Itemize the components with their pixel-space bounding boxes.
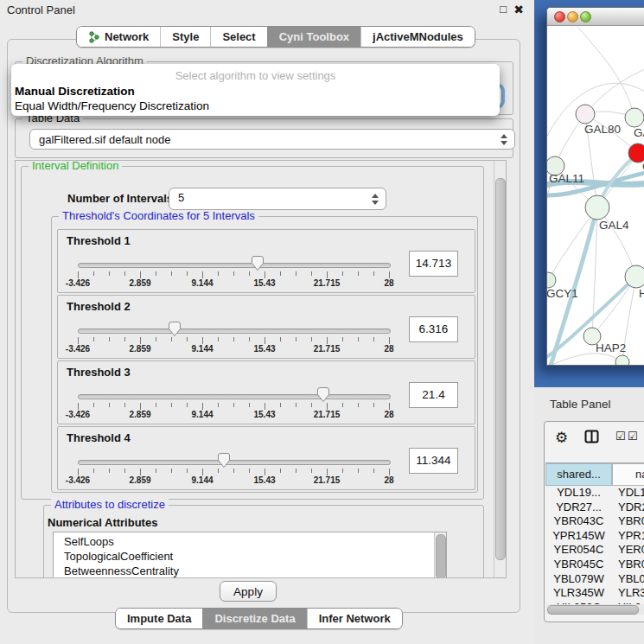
cell-shared-name[interactable]: YBR045C bbox=[545, 558, 612, 572]
column-header-2[interactable]: na bbox=[612, 463, 644, 486]
tab-impute-data[interactable]: Impute Data bbox=[116, 609, 202, 628]
cell-shared-name[interactable]: YBL079W bbox=[545, 572, 612, 587]
number-of-intervals-combobox[interactable]: 5 bbox=[169, 188, 386, 210]
table-row[interactable]: YER054CYER0 bbox=[545, 543, 644, 558]
slider-thumb[interactable] bbox=[316, 386, 330, 403]
column-header-1[interactable]: shared... bbox=[545, 463, 612, 486]
numerical-attributes-list[interactable]: SelfLoopsTopologicalCoefficientBetweenne… bbox=[53, 532, 447, 578]
network-edge[interactable] bbox=[573, 26, 634, 118]
threshold-value-field[interactable]: 6.316 bbox=[409, 316, 458, 342]
dropdown-option-manual-discretization[interactable]: Manual Discretization bbox=[15, 85, 135, 98]
cell-name[interactable]: YPR1 bbox=[612, 529, 644, 544]
table-panel-section: Table Panel ⚙ ☑ ☑ shared...na YDL19...YD… bbox=[534, 387, 644, 644]
mac-close-icon[interactable] bbox=[554, 11, 565, 22]
pane-scrollbar-thumb[interactable] bbox=[495, 178, 506, 560]
slider-tick bbox=[140, 403, 141, 410]
node-gal4[interactable] bbox=[585, 195, 609, 220]
slider-thumb[interactable] bbox=[168, 321, 182, 337]
threshold-value-field[interactable]: 11.344 bbox=[409, 448, 458, 474]
node-gal80[interactable] bbox=[576, 105, 595, 124]
slider-tick bbox=[218, 271, 219, 276]
slider-tick bbox=[124, 403, 125, 407]
dropdown-option-equal-width-frequency[interactable]: Equal Width/Frequency Discretization bbox=[15, 99, 209, 112]
slider-thumb[interactable] bbox=[251, 255, 265, 271]
tab-infer-network[interactable]: Infer Network bbox=[307, 609, 402, 628]
float-window-icon[interactable]: □ bbox=[500, 3, 507, 16]
node-bottom[interactable] bbox=[615, 355, 629, 365]
tab-jactivemnodules[interactable]: jActiveMNodules bbox=[360, 27, 475, 47]
table-data-group: Table Data galFiltered.sif default node bbox=[15, 118, 513, 158]
split-columns-icon[interactable] bbox=[584, 430, 599, 443]
table-row[interactable]: YPR145WYPR1 bbox=[545, 529, 644, 544]
slider-tick bbox=[140, 469, 141, 475]
attribute-list-item[interactable]: TopologicalCoefficient bbox=[54, 549, 446, 564]
node-gcy1[interactable] bbox=[547, 272, 556, 288]
node-h[interactable] bbox=[625, 265, 644, 288]
slider-tick bbox=[358, 271, 359, 276]
table-row[interactable]: YDR27...YDR2 bbox=[545, 501, 644, 515]
node-top-right[interactable] bbox=[625, 108, 644, 127]
cell-shared-name[interactable]: YBR043C bbox=[545, 514, 612, 529]
checkbox-checked-icon[interactable]: ☑ bbox=[615, 430, 626, 443]
table-horizontal-scrollbar[interactable] bbox=[546, 604, 644, 615]
network-window-titlebar[interactable] bbox=[547, 8, 644, 26]
network-edge[interactable] bbox=[548, 207, 597, 280]
close-icon[interactable]: ✖ bbox=[513, 3, 524, 16]
slider-track[interactable] bbox=[78, 263, 391, 268]
slider-tick bbox=[249, 271, 250, 276]
tab-discretize-data[interactable]: Discretize Data bbox=[202, 609, 306, 628]
threshold-value-field[interactable]: 14.713 bbox=[409, 251, 458, 277]
network-view-window[interactable]: GAL80GAGAL11CGAL4GCY1HHAP2 bbox=[546, 7, 644, 366]
table-row[interactable]: YDL19...YDL1 bbox=[545, 486, 644, 501]
slider-track[interactable] bbox=[78, 328, 391, 334]
cell-shared-name[interactable]: YLR345W bbox=[545, 586, 612, 601]
attribute-list-item[interactable]: SelfLoops bbox=[54, 534, 446, 549]
slider-tick bbox=[202, 469, 203, 475]
table-row[interactable]: YBR045CYBR0 bbox=[545, 558, 644, 572]
apply-button[interactable]: Apply bbox=[220, 581, 277, 602]
slider-tick-label: -3.426 bbox=[52, 410, 104, 419]
cell-name[interactable]: YBR0 bbox=[612, 514, 644, 529]
table-row[interactable]: YBL079WYBL0 bbox=[545, 572, 644, 587]
network-canvas[interactable]: GAL80GAGAL11CGAL4GCY1HHAP2 bbox=[547, 26, 644, 365]
cell-shared-name[interactable]: YPR145W bbox=[545, 529, 612, 544]
tab-cyni-toolbox[interactable]: Cyni Toolbox bbox=[267, 27, 360, 47]
combo-spinner-icon[interactable] bbox=[501, 134, 507, 145]
tab-style[interactable]: Style bbox=[160, 27, 210, 47]
cell-shared-name[interactable]: YER054C bbox=[545, 543, 612, 558]
slider-tick bbox=[233, 271, 234, 276]
slider-track[interactable] bbox=[78, 460, 391, 465]
slider-track[interactable] bbox=[78, 394, 391, 399]
cell-name[interactable]: YER0 bbox=[612, 543, 644, 558]
slider-tick bbox=[342, 403, 343, 407]
node-label-gal4: GAL4 bbox=[599, 219, 629, 232]
threshold-value-field[interactable]: 21.4 bbox=[409, 382, 458, 408]
table-data-combobox[interactable]: galFiltered.sif default node bbox=[29, 129, 515, 150]
cell-shared-name[interactable]: YDL19... bbox=[545, 486, 612, 501]
tab-select[interactable]: Select bbox=[210, 27, 266, 47]
cell-name[interactable]: YDL1 bbox=[612, 486, 644, 501]
mac-zoom-icon[interactable] bbox=[580, 11, 591, 22]
cell-name[interactable]: YBL0 bbox=[612, 572, 644, 587]
slider-tick bbox=[187, 403, 188, 407]
cell-shared-name[interactable]: YDR27... bbox=[545, 501, 612, 515]
gear-icon[interactable]: ⚙ bbox=[555, 429, 568, 447]
table-row[interactable]: YBR043CYBR0 bbox=[545, 514, 644, 529]
cell-name[interactable]: YBR0 bbox=[612, 558, 644, 572]
combo-spinner-icon[interactable] bbox=[372, 194, 379, 205]
network-edge[interactable] bbox=[547, 354, 622, 365]
list-scrollbar-thumb[interactable] bbox=[436, 534, 446, 578]
pane-scrollbar[interactable] bbox=[494, 161, 506, 577]
attribute-list-item[interactable]: BetweennessCentrality bbox=[54, 564, 446, 578]
table-scrollbar-thumb[interactable] bbox=[547, 605, 639, 615]
checkbox-checked-icon[interactable]: ☑ bbox=[628, 430, 638, 443]
cell-name[interactable]: YDR2 bbox=[612, 501, 644, 515]
tab-network[interactable]: Network bbox=[77, 27, 160, 47]
table-row[interactable]: YLR345WYLR3 bbox=[545, 586, 644, 601]
cell-name[interactable]: YLR3 bbox=[612, 586, 644, 601]
slider-tick-label: -3.426 bbox=[52, 344, 104, 354]
mac-minimize-icon[interactable] bbox=[567, 11, 578, 22]
slider-tick bbox=[202, 403, 203, 410]
slider-thumb[interactable] bbox=[217, 452, 231, 469]
slider-tick bbox=[156, 271, 156, 276]
